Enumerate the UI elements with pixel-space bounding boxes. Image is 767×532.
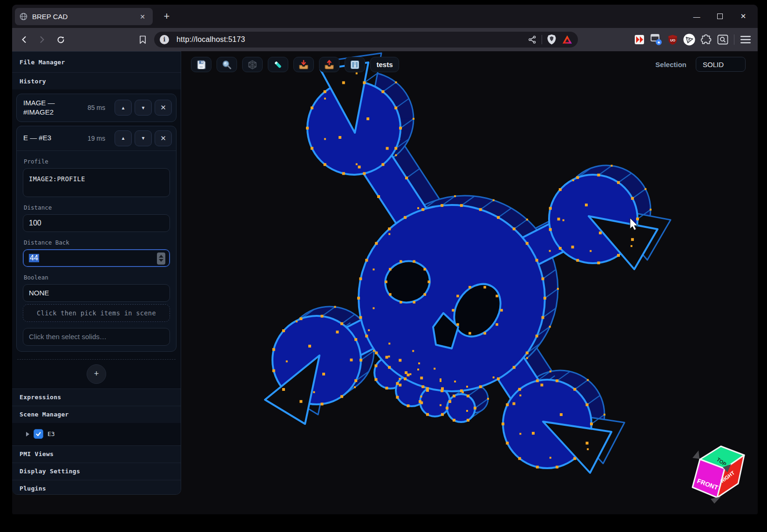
- navigation-bar: i http://localhost:5173: [12, 28, 758, 51]
- tests-button[interactable]: tests: [370, 57, 399, 72]
- back-arrow-icon: [20, 35, 28, 44]
- wireframe-icon: [247, 60, 258, 70]
- selection-mode-control: Selection SOLID: [655, 57, 746, 72]
- zoom-button[interactable]: [217, 57, 237, 72]
- cad-canvas[interactable]: TOP FRONT RIGHT: [181, 51, 758, 514]
- save-button[interactable]: [191, 57, 211, 72]
- bookmark-icon: [139, 35, 146, 44]
- boolean-select[interactable]: NONE: [23, 284, 170, 302]
- add-feature-row: +: [16, 360, 176, 389]
- zoom-icon: [222, 60, 232, 70]
- maximize-icon: [717, 14, 723, 19]
- move-up-button[interactable]: ▲: [115, 130, 132, 146]
- tab-close-button[interactable]: ✕: [137, 12, 148, 21]
- url-bar[interactable]: i http://localhost:5173: [154, 32, 578, 48]
- history-item-image2[interactable]: IMAGE — #IMAGE2 85 ms ▲ ▼ ✕: [16, 94, 176, 122]
- feature-form: Profile IMAGE2:PROFILE Distance 100 Dist…: [17, 150, 176, 351]
- export-icon: [324, 60, 334, 70]
- sidebar-section-history[interactable]: History: [12, 72, 181, 89]
- delete-feature-button[interactable]: ✕: [155, 100, 172, 116]
- page-content: TOP FRONT RIGHT: [12, 51, 758, 514]
- info-icon: [350, 60, 360, 70]
- maximize-button[interactable]: [714, 13, 726, 20]
- bookmark-button[interactable]: [135, 32, 150, 47]
- back-button[interactable]: [17, 32, 32, 47]
- minimize-button[interactable]: —: [691, 13, 703, 20]
- url-text[interactable]: http://localhost:5173: [176, 35, 528, 44]
- history-item-title: E — #E3: [23, 133, 83, 143]
- info-button[interactable]: [345, 57, 365, 72]
- distance-label: Distance: [24, 204, 169, 211]
- sidebar-section-scene-manager[interactable]: Scene Manager: [12, 406, 181, 423]
- new-tab-button[interactable]: +: [160, 10, 173, 23]
- profile-field[interactable]: IMAGE2:PROFILE: [23, 168, 170, 197]
- view-cube[interactable]: TOP FRONT RIGHT: [692, 446, 744, 504]
- history-panel: IMAGE — #IMAGE2 85 ms ▲ ▼ ✕ E — #E3 19 m…: [12, 89, 181, 389]
- move-down-button[interactable]: ▼: [135, 130, 152, 146]
- boolean-label: Boolean: [24, 274, 169, 281]
- history-item-duration: 19 ms: [83, 135, 112, 142]
- browser-window: BREP CAD ✕ + — ✕: [12, 5, 758, 514]
- wireframe-button[interactable]: [242, 57, 263, 72]
- sidebar-section-plugins[interactable]: Plugins: [12, 480, 181, 495]
- scene-item-label: E3: [48, 430, 55, 437]
- forward-button[interactable]: [34, 32, 49, 47]
- ublock-origin-icon[interactable]: UO: [668, 34, 678, 45]
- tab-manager-extension-icon[interactable]: ★: [650, 34, 662, 46]
- sidebar-section-pmi-views[interactable]: PMI Views: [12, 445, 181, 463]
- viewport-3d[interactable]: TOP FRONT RIGHT: [181, 51, 758, 514]
- reload-icon: [56, 35, 65, 44]
- share-icon[interactable]: [528, 35, 537, 44]
- brave-shield-icon[interactable]: [547, 34, 557, 45]
- sidebar-section-expressions[interactable]: Expressions: [12, 389, 181, 406]
- move-up-button[interactable]: ▲: [115, 100, 132, 116]
- menu-hamburger-icon[interactable]: [740, 35, 751, 44]
- distance-back-field[interactable]: 44: [23, 249, 170, 267]
- find-in-page-icon[interactable]: [717, 34, 728, 45]
- sidebar: File Manager History IMAGE — #IMAGE2 85 …: [12, 51, 181, 495]
- stepper-up-icon[interactable]: [159, 255, 163, 258]
- reload-button[interactable]: [53, 32, 68, 47]
- stepper-down-icon[interactable]: [159, 259, 163, 262]
- history-item-e3[interactable]: E — #E3 19 ms ▲ ▼ ✕ Profile IMAGE2:PROFI…: [16, 126, 176, 352]
- scene-tree-item-e3[interactable]: E3: [12, 428, 181, 441]
- measure-button[interactable]: [268, 57, 288, 72]
- extensions-row: ★ UO: [634, 28, 751, 51]
- brave-rewards-icon[interactable]: [562, 35, 572, 44]
- save-icon: [196, 60, 206, 70]
- import-button[interactable]: [293, 57, 314, 72]
- history-item-duration: 85 ms: [83, 104, 112, 111]
- visibility-checkbox[interactable]: [34, 429, 43, 439]
- distance-back-label: Distance Back: [24, 239, 169, 246]
- check-icon: [35, 431, 41, 437]
- select-solids-input[interactable]: [23, 328, 170, 346]
- delete-feature-button[interactable]: ✕: [155, 130, 172, 146]
- selection-mode-select[interactable]: SOLID: [696, 57, 746, 72]
- tab-strip: BREP CAD ✕ + — ✕: [12, 5, 758, 28]
- expand-arrow-icon[interactable]: [26, 432, 29, 437]
- number-stepper[interactable]: [157, 252, 165, 265]
- profile-label: Profile: [24, 158, 169, 165]
- globe-icon: [20, 13, 27, 20]
- extensions-divider: [734, 34, 734, 45]
- extensions-puzzle-icon[interactable]: [701, 34, 712, 45]
- svg-text:UO: UO: [670, 38, 675, 42]
- urlbar-divider: [542, 35, 542, 44]
- selected-text: 44: [29, 254, 39, 262]
- sidebar-section-file-manager[interactable]: File Manager: [12, 52, 181, 72]
- window-close-button[interactable]: ✕: [737, 12, 749, 20]
- tab-brep-cad[interactable]: BREP CAD ✕: [15, 8, 153, 25]
- import-icon: [299, 60, 309, 70]
- pick-items-button[interactable]: Click then pick items in scene: [23, 304, 170, 322]
- scene-tree: E3: [12, 423, 181, 445]
- forward-arrow-icon: [38, 35, 46, 44]
- extension-chevrons-icon[interactable]: [634, 34, 645, 45]
- export-button[interactable]: [319, 57, 339, 72]
- sidebar-section-display-settings[interactable]: Display Settings: [12, 463, 181, 480]
- mesh-extension-icon[interactable]: [683, 34, 695, 46]
- window-controls: — ✕: [691, 5, 754, 28]
- add-feature-button[interactable]: +: [87, 364, 106, 384]
- move-down-button[interactable]: ▼: [135, 100, 152, 116]
- site-info-icon[interactable]: i: [160, 35, 169, 44]
- distance-field[interactable]: 100: [23, 214, 170, 232]
